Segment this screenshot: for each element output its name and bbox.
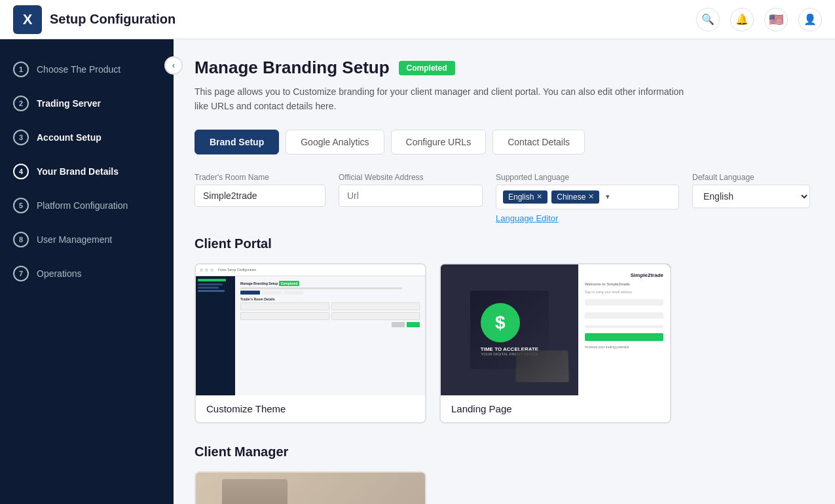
sidebar-item-label: Platform Configuration xyxy=(37,200,128,211)
logo: X xyxy=(13,5,42,34)
official-website-group: Official Website Address xyxy=(339,173,483,207)
sidebar-item-label: Account Setup xyxy=(37,132,102,143)
header-title: Setup Configuration xyxy=(50,12,176,27)
language-dropdown-button[interactable]: ▾ xyxy=(603,191,612,202)
client-manager-section: Client Manager xyxy=(195,444,814,504)
default-language-label: Default Language xyxy=(692,173,810,182)
trader-room-name-group: Trader's Room Name xyxy=(195,173,325,207)
lp-password-input xyxy=(585,312,663,319)
lp-footer-text: Increase your trading potential xyxy=(585,345,663,349)
sidebar-item-choose-product[interactable]: 1 Choose The Product xyxy=(0,52,174,86)
landing-page-card[interactable]: $ TIME TO ACCELERATE YOUR DIGITAL FRONT-… xyxy=(439,263,671,423)
step-number: 1 xyxy=(13,62,29,77)
tab-brand-setup[interactable]: Brand Setup xyxy=(195,130,279,154)
landing-preview: $ TIME TO ACCELERATE YOUR DIGITAL FRONT-… xyxy=(441,264,670,395)
step-number: 8 xyxy=(13,232,29,247)
step-number: 7 xyxy=(13,266,29,281)
sidebar: ‹ 1 Choose The Product 2 Trading Server … xyxy=(0,39,174,504)
landing-page-preview: $ TIME TO ACCELERATE YOUR DIGITAL FRONT-… xyxy=(441,264,670,395)
sidebar-item-user-management[interactable]: 8 User Management xyxy=(0,223,174,257)
tab-contact-details[interactable]: Contact Details xyxy=(492,130,585,154)
sidebar-item-platform-config[interactable]: 5 Platform Configuration xyxy=(0,189,174,223)
mini-screenshot: Forex Setup Configuration xyxy=(196,264,425,395)
sidebar-item-operations[interactable]: 7 Operations xyxy=(0,257,174,291)
lp-right: Simple2trade Welcome to Simple2trade Sig… xyxy=(578,264,670,395)
sidebar-item-brand-details[interactable]: 4 Your Brand Details xyxy=(0,154,174,189)
customize-theme-card[interactable]: Forex Setup Configuration xyxy=(195,263,426,423)
client-manager-preview xyxy=(196,473,425,504)
default-language-group: Default Language English Chinese xyxy=(692,173,810,208)
client-manager-cards xyxy=(195,471,814,504)
sidebar-collapse-button[interactable]: ‹ xyxy=(164,56,183,75)
sidebar-item-label: Operations xyxy=(37,268,81,279)
search-button[interactable]: 🔍 xyxy=(696,8,720,31)
page-header: Manage Branding Setup Completed xyxy=(195,58,814,78)
sidebar-item-label: User Management xyxy=(37,234,112,245)
language-button[interactable]: 🇺🇸 xyxy=(764,8,788,31)
client-manager-title: Client Manager xyxy=(195,444,814,459)
bell-icon: 🔔 xyxy=(735,13,749,26)
tab-configure-urls[interactable]: Configure URLs xyxy=(391,130,487,154)
page-title: Manage Branding Setup xyxy=(195,58,390,78)
mini-sidebar xyxy=(196,276,235,395)
client-portal-cards: Forex Setup Configuration xyxy=(195,263,814,423)
header-right: 🔍 🔔 🇺🇸 👤 xyxy=(696,8,822,31)
page-description: This page allows you to Customize brandi… xyxy=(195,84,686,114)
official-website-label: Official Website Address xyxy=(339,173,483,182)
english-label: English xyxy=(508,192,534,202)
customize-theme-preview: Forex Setup Configuration xyxy=(196,264,425,395)
supported-language-group: Supported Language English ✕ Chinese ✕ ▾… xyxy=(496,173,679,223)
sidebar-item-label: Your Brand Details xyxy=(37,166,119,177)
search-icon: 🔍 xyxy=(701,13,714,26)
step-number: 2 xyxy=(13,96,29,111)
lp-left: $ TIME TO ACCELERATE YOUR DIGITAL FRONT-… xyxy=(441,264,578,395)
chinese-tag: Chinese ✕ xyxy=(551,190,599,204)
supported-language-label: Supported Language xyxy=(496,173,679,182)
client-manager-card[interactable] xyxy=(195,471,426,504)
chevron-left-icon: ‹ xyxy=(172,61,175,70)
mini-main: Manage Branding Setup Completed Trader's… xyxy=(235,276,425,395)
trader-room-name-label: Trader's Room Name xyxy=(195,173,325,182)
status-badge: Completed xyxy=(399,61,455,75)
landing-page-label: Landing Page xyxy=(441,395,670,422)
tabs-bar: Brand Setup Google Analytics Configure U… xyxy=(195,130,814,154)
step-number: 4 xyxy=(13,164,29,179)
english-remove-button[interactable]: ✕ xyxy=(536,192,542,201)
header: X Setup Configuration 🔍 🔔 🇺🇸 👤 xyxy=(0,0,835,39)
main-content: Manage Branding Setup Completed This pag… xyxy=(174,39,835,504)
english-tag: English ✕ xyxy=(503,190,547,204)
logo-text: X xyxy=(23,11,33,28)
client-portal-title: Client Portal xyxy=(195,236,814,251)
trader-room-name-input[interactable] xyxy=(195,185,325,207)
layout: ‹ 1 Choose The Product 2 Trading Server … xyxy=(0,39,835,504)
lp-welcome-text: Welcome to Simple2trade xyxy=(585,282,663,286)
dollar-icon: $ xyxy=(481,303,520,342)
tab-google-analytics[interactable]: Google Analytics xyxy=(286,130,384,154)
step-number: 5 xyxy=(13,198,29,213)
chinese-remove-button[interactable]: ✕ xyxy=(588,192,594,201)
sidebar-item-account-setup[interactable]: 3 Account Setup xyxy=(0,120,174,154)
lp-email-input xyxy=(585,299,663,306)
sidebar-item-label: Trading Server xyxy=(37,98,101,109)
official-website-input[interactable] xyxy=(339,185,483,207)
lp-sign-in-btn xyxy=(585,333,663,341)
header-left: X Setup Configuration xyxy=(13,5,176,34)
customize-theme-label: Customize Theme xyxy=(196,395,425,422)
form-row: Trader's Room Name Official Website Addr… xyxy=(195,173,814,223)
user-button[interactable]: 👤 xyxy=(798,8,822,31)
flag-icon: 🇺🇸 xyxy=(769,12,783,27)
lp-brand-name: Simple2trade xyxy=(631,272,663,278)
supported-language-box: English ✕ Chinese ✕ ▾ xyxy=(496,185,679,209)
chinese-label: Chinese xyxy=(557,192,585,202)
client-portal-section: Client Portal Forex Setup Configuration xyxy=(195,236,814,423)
default-language-select[interactable]: English Chinese xyxy=(692,185,810,208)
step-number: 3 xyxy=(13,130,29,145)
language-editor-link[interactable]: Language Editor xyxy=(496,213,679,223)
person-image xyxy=(222,479,288,504)
user-icon: 👤 xyxy=(804,13,817,26)
sidebar-item-label: Choose The Product xyxy=(37,64,121,75)
notifications-button[interactable]: 🔔 xyxy=(730,8,754,31)
sidebar-item-trading-server[interactable]: 2 Trading Server xyxy=(0,86,174,120)
mini-top-bar: Forex Setup Configuration xyxy=(196,264,425,276)
